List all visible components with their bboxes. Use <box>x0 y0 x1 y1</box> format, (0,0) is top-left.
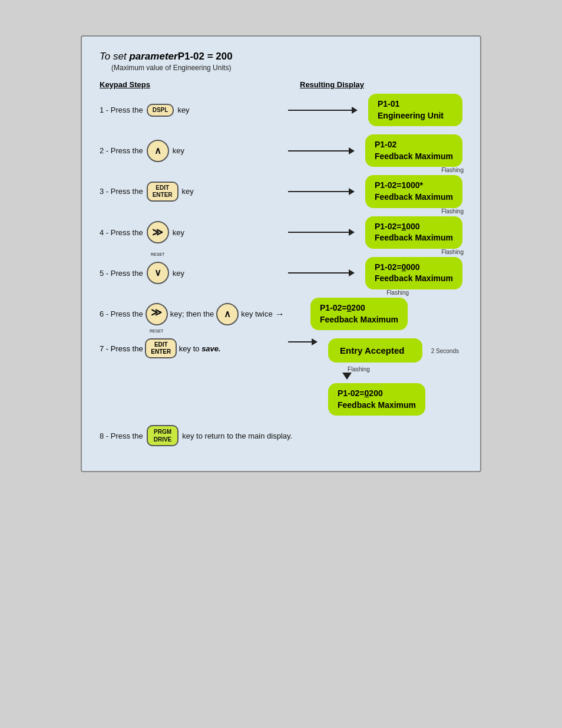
step-6-key2-label: key twice <box>241 309 272 318</box>
step-2-text: 2 - Press the ∧ key <box>100 140 288 162</box>
flashing-label-7: Flashing <box>348 366 370 373</box>
arrow-line-body <box>288 341 312 342</box>
arrow-head <box>349 147 355 154</box>
step-1-display-line1: P1-01 <box>378 98 453 110</box>
title-param: parameter <box>129 51 177 62</box>
arrow-line-body <box>288 150 349 151</box>
step-3-arrow <box>288 188 355 195</box>
step-3-number: 3 - Press the <box>100 187 143 196</box>
up-arrow-key[interactable]: ∧ <box>147 140 169 162</box>
step-2-arrow <box>288 147 355 154</box>
step-4-display-line2: Feedback Maximum <box>375 232 453 244</box>
arrow-line-body <box>288 272 349 274</box>
step-3-display-line1: P1-02=1000* <box>375 180 453 192</box>
title-prefix: To set <box>100 51 129 62</box>
column-headers: Keypad Steps Resulting Display <box>100 80 462 89</box>
step-1-row: 1 - Press the DSPL key P1-01 Engineering… <box>100 94 462 126</box>
reset-key-6[interactable]: ≫RESET <box>146 303 168 325</box>
step-3-text: 3 - Press the EDITENTER key <box>100 182 288 202</box>
title: To set parameterP1-02 = 200 <box>100 51 462 62</box>
step-2-display-line2: Feedback Maximum <box>375 151 453 163</box>
up-arrow-key-6[interactable]: ∧ <box>216 303 239 325</box>
step-7-row: 7 - Press the EDITENTER key to save. Ent… <box>100 338 462 416</box>
step-7-display-line2: Feedback Maximum <box>338 400 416 411</box>
arrow-head <box>349 269 355 276</box>
step-4-arrow <box>288 229 355 236</box>
arrow-line-body <box>288 191 349 192</box>
arrow-head <box>349 188 355 195</box>
step-1-arrow <box>288 107 358 114</box>
down-arrow-icon <box>342 373 352 380</box>
step-8-row: 8 - Press the PRGMDRIVE key to return to… <box>100 425 462 446</box>
step-1-display-line2: Engineering Unit <box>378 110 453 122</box>
step-4-display-wrapper: Flashing P1-02=1000 Feedback Maximum <box>365 216 462 249</box>
edit-enter-key-3[interactable]: EDITENTER <box>147 182 178 202</box>
step-7-number: 7 - Press the <box>100 344 145 353</box>
subtitle: (Maximum value of Engineering Units) <box>111 64 462 72</box>
arrow-line-body <box>288 232 349 233</box>
col-keypad-steps: Keypad Steps <box>100 80 300 89</box>
entry-accepted-display: Entry Accepted <box>328 338 422 363</box>
step-2-display-line1: P1-02 <box>375 139 453 151</box>
step-4-number: 4 - Press the <box>100 228 143 237</box>
step-5-arrow <box>288 269 355 276</box>
prgm-drive-key[interactable]: PRGMDRIVE <box>147 425 179 446</box>
edit-enter-key-7[interactable]: EDITENTER <box>145 338 177 358</box>
step-4-key-label: key <box>173 228 184 237</box>
step-3-key-label: key <box>182 187 194 196</box>
arrow-head <box>352 107 358 114</box>
step-6-display: P1-02=0200 Feedback Maximum <box>310 298 408 330</box>
flashing-label-4: Flashing <box>441 208 464 215</box>
step-3-display-wrapper: Flashing P1-02=1000* Feedback Maximum <box>365 175 462 207</box>
step-5-number: 5 - Press the <box>100 269 143 278</box>
step-2-display-wrapper: P1-02 Feedback Maximum <box>365 134 462 167</box>
arrow-head <box>349 229 355 236</box>
step-1-key-label: key <box>177 106 189 114</box>
down-arrow-wrapper: Flashing <box>342 366 352 380</box>
seconds-label: 2 Seconds <box>431 347 459 354</box>
step-5-display-wrapper: Flashing P1-02=0000 Feedback Maximum <box>365 257 462 289</box>
step-7-display-line1: P1-02=0200 <box>338 388 416 400</box>
step-2-key-label: key <box>173 146 184 155</box>
down-arrow-key[interactable]: ∨ <box>147 262 169 284</box>
step-7-right: Entry Accepted 2 Seconds Flashing P1-02=… <box>328 338 425 416</box>
reset-key-4[interactable]: ≫RESET <box>147 221 169 243</box>
step-2-display: P1-02 Feedback Maximum <box>365 134 462 167</box>
step-2-number: 2 - Press the <box>100 146 143 155</box>
step-7-display-2: P1-02=0200 Feedback Maximum <box>328 383 425 416</box>
flashing-label-5: Flashing <box>441 249 464 255</box>
entry-accepted-wrapper: Entry Accepted 2 Seconds <box>328 338 422 363</box>
step-4-display: P1-02=1000 Feedback Maximum <box>365 216 462 249</box>
title-param-value: P1-02 = 200 <box>178 51 233 62</box>
col-resulting-display: Resulting Display <box>300 80 462 89</box>
step-6-suffix-before: key; then the <box>170 309 214 318</box>
step-4-text: 4 - Press the ≫RESET key <box>100 221 288 243</box>
step-8-text: 8 - Press the PRGMDRIVE key to return to… <box>100 425 292 446</box>
step-5-display: P1-02=0000 Feedback Maximum <box>365 257 462 289</box>
flashing-label-6: Flashing <box>386 289 409 296</box>
step-4-row: 4 - Press the ≫RESET key Flashing P1-02=… <box>100 216 462 249</box>
step-1-display: P1-01 Engineering Unit <box>368 94 462 126</box>
step-4-display-line1: P1-02=1000 <box>375 221 453 233</box>
step-7-left: 7 - Press the EDITENTER key to save. <box>100 338 288 358</box>
step-3-row: 3 - Press the EDITENTER key Flashing P1-… <box>100 175 462 207</box>
step-7-key-label: key to save. <box>177 344 220 353</box>
step-5-text: 5 - Press the ∨ key <box>100 262 288 284</box>
instruction-box: To set parameterP1-02 = 200 (Maximum val… <box>81 35 481 472</box>
step-7-arrow-wrapper <box>288 338 318 345</box>
step-6-display-line2: Feedback Maximum <box>320 314 398 326</box>
step-5-key-label: key <box>173 269 184 278</box>
step-2-row: 2 - Press the ∧ key P1-02 Feedback Maxim… <box>100 134 462 167</box>
step-8-key-label: key to return to the main display. <box>182 431 292 440</box>
step-3-display: P1-02=1000* Feedback Maximum <box>365 175 462 207</box>
step-6-display-line1: P1-02=0200 <box>320 302 398 314</box>
arrow-head <box>312 338 318 345</box>
step-1-number: 1 - Press the <box>100 106 143 114</box>
step-6-arrow-inline: → <box>275 309 285 319</box>
step-6-number: 6 - Press the <box>100 309 143 318</box>
step-8-number: 8 - Press the <box>100 431 143 440</box>
step-5-row: 5 - Press the ∨ key Flashing P1-02=0000 … <box>100 257 462 289</box>
step-6-text: 6 - Press the ≫RESET key; then the ∧ key… <box>100 303 300 325</box>
flashing-label-3: Flashing <box>441 167 464 173</box>
dspl-key[interactable]: DSPL <box>147 104 174 117</box>
